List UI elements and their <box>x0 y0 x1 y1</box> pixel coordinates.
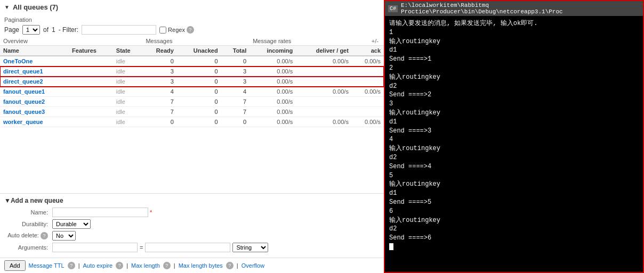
terminal-line: 输入routingkey <box>389 216 639 225</box>
col-unacked: Unacked <box>177 46 221 56</box>
terminal-line: Send ====>4 <box>389 162 639 171</box>
pagination-row: Page 1 of 1 - Filter: Regex ? <box>4 25 380 35</box>
regex-text: Regex <box>168 27 185 33</box>
terminal-line: d2 <box>389 82 639 91</box>
max-length-bytes-link[interactable]: Max length bytes <box>179 262 223 269</box>
col-ready: Ready <box>142 46 176 56</box>
terminal-line: 请输入要发送的消息, 如果发送完毕, 输入ok即可. <box>389 19 639 28</box>
terminal-line: d1 <box>389 118 639 127</box>
name-input[interactable] <box>52 208 148 217</box>
add-queue-section: ▼ Add a new queue Name: * Durability: Du… <box>0 193 384 258</box>
terminal-line: d2 <box>389 153 639 162</box>
message-ttl-help[interactable]: ? <box>68 262 75 269</box>
equals-sign: = <box>140 244 143 251</box>
overflow-link[interactable]: Overflow <box>241 262 264 269</box>
auto-delete-help[interactable]: ? <box>41 232 48 239</box>
regex-help[interactable]: ? <box>187 26 194 34</box>
auto-delete-select[interactable]: No Yes <box>52 231 76 241</box>
terminal-line: 输入routingkey <box>389 144 639 153</box>
terminal-panel: C# E:\localworkitem\Rabbitmq Proctice\Pr… <box>384 0 644 273</box>
terminal-line: 6 <box>389 207 639 216</box>
add-queue-arrow: ▼ <box>4 197 11 204</box>
add-queue-title: Add a new queue <box>11 197 63 204</box>
terminal-cursor-line <box>389 243 639 252</box>
regex-checkbox[interactable] <box>159 27 166 34</box>
arguments-row: Arguments: = String Number Boolean <box>4 243 380 252</box>
all-queues-title: All queues (7) <box>13 3 58 11</box>
terminal-line: Send ====>2 <box>389 90 639 100</box>
required-star: * <box>150 209 152 216</box>
terminal-title-bar: C# E:\localworkitem\Rabbitmq Proctice\Pr… <box>385 1 643 16</box>
terminal-line: d2 <box>389 225 639 234</box>
table-row: direct_queue2idle3030.00/s <box>0 77 384 87</box>
name-label: Name: <box>4 209 52 216</box>
messages-group: Messages <box>142 37 249 46</box>
collapse-arrow: ▼ <box>4 4 10 10</box>
table-row: worker_queueidle0000.00/s0.00/s0.00/s <box>0 117 384 127</box>
add-queue-header[interactable]: ▼ Add a new queue <box>4 197 380 204</box>
all-queues-header[interactable]: ▼ All queues (7) <box>0 0 384 14</box>
pagination-label: Pagination <box>4 16 380 23</box>
col-deliver-get: deliver / get <box>296 46 352 56</box>
arguments-key-input[interactable] <box>52 243 138 252</box>
bottom-bar: Add Message TTL ? | Auto expire ? | Max … <box>0 258 384 273</box>
terminal-line: d1 <box>389 189 639 198</box>
separator1: | <box>78 262 80 269</box>
terminal-line: Send ====>5 <box>389 198 639 207</box>
arguments-label: Arguments: <box>4 244 52 251</box>
terminal-cursor <box>389 243 393 250</box>
col-ack: ack <box>352 46 384 56</box>
plus-minus[interactable]: +/- <box>372 38 381 44</box>
table-row: OneToOneidle0000.00/s0.00/s0.00/s <box>0 56 384 67</box>
terminal-line: 2 <box>389 64 639 73</box>
terminal-line: 1 <box>389 28 639 37</box>
regex-label: Regex ? <box>159 26 194 34</box>
max-length-help[interactable]: ? <box>163 262 171 269</box>
durability-select[interactable]: Durable Transient <box>52 219 91 229</box>
of-value: 1 <box>52 26 55 34</box>
terminal-body: 请输入要发送的消息, 如果发送完毕, 输入ok即可.1输入routingkeyd… <box>385 16 643 272</box>
max-length-bytes-help[interactable]: ? <box>226 262 234 269</box>
durability-label: Durability: <box>4 221 52 227</box>
terminal-line: 5 <box>389 171 639 180</box>
message-ttl-link[interactable]: Message TTL <box>29 262 65 269</box>
arguments-inputs: = String Number Boolean <box>52 243 268 252</box>
overview-group: Overview <box>0 37 142 46</box>
arguments-value-input[interactable] <box>145 243 230 252</box>
separator4: | <box>237 262 238 269</box>
terminal-line: 输入routingkey <box>389 73 639 82</box>
auto-expire-help[interactable]: ? <box>116 262 123 269</box>
table-row: fanout_queue2idle7070.00/s <box>0 97 384 107</box>
table-row: fanout_queue1idle4040.00/s0.00/s0.00/s <box>0 87 384 97</box>
col-total: Total <box>221 46 250 56</box>
rates-group: Message rates +/- <box>249 37 384 46</box>
page-text: Page <box>4 26 19 34</box>
terminal-line: Send ====>6 <box>389 234 639 243</box>
terminal-title-icon: C# <box>388 5 398 12</box>
separator2: | <box>126 262 128 269</box>
arguments-type-select[interactable]: String Number Boolean <box>232 243 268 252</box>
queue-table: Overview Messages Message rates +/- Name… <box>0 37 384 127</box>
left-panel: ▼ All queues (7) Pagination Page 1 of 1 … <box>0 0 384 273</box>
of-text: of <box>43 26 49 34</box>
filter-input[interactable] <box>82 25 156 35</box>
terminal-line: Send ====>3 <box>389 127 639 136</box>
col-state: State <box>113 46 143 56</box>
terminal-title: E:\localworkitem\Rabbitmq Proctice\Produ… <box>401 2 640 15</box>
queue-table-container: Overview Messages Message rates +/- Name… <box>0 37 384 193</box>
col-features: Features <box>69 46 113 56</box>
terminal-line: 输入routingkey <box>389 180 639 189</box>
auto-expire-link[interactable]: Auto expire <box>83 262 113 269</box>
auto-delete-label: Auto delete: ? <box>4 232 52 239</box>
max-length-link[interactable]: Max length <box>131 262 160 269</box>
add-button[interactable]: Add <box>4 260 26 271</box>
filter-text: - Filter: <box>59 26 78 34</box>
table-row: direct_queue1idle3030.00/s <box>0 67 384 77</box>
auto-delete-row: Auto delete: ? No Yes <box>4 231 380 241</box>
col-incoming: incoming <box>249 46 296 56</box>
durability-row: Durability: Durable Transient <box>4 219 380 229</box>
terminal-line: Send ====>1 <box>389 55 639 64</box>
page-select[interactable]: 1 <box>22 25 40 35</box>
terminal-line: d1 <box>389 46 639 55</box>
pagination-section: Pagination Page 1 of 1 - Filter: Regex ? <box>0 14 384 37</box>
